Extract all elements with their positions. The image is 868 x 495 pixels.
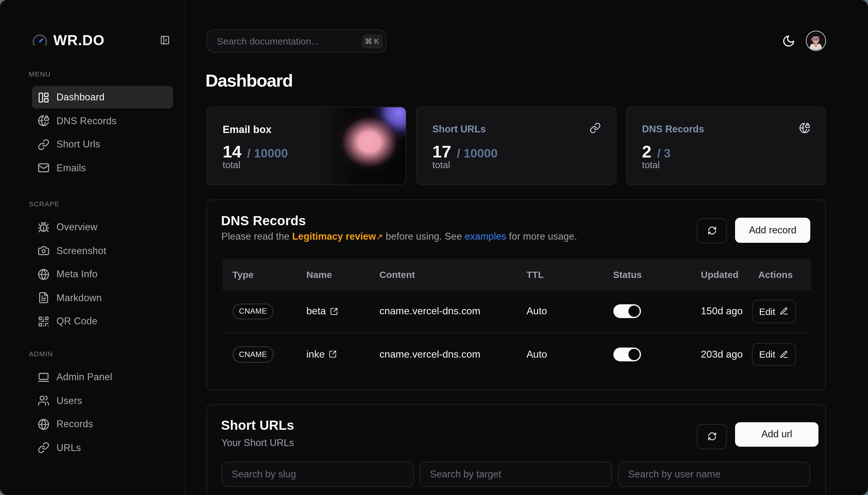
- layout-panel-left-icon: [38, 91, 50, 103]
- edit-record-button[interactable]: Edit: [752, 300, 796, 323]
- dns-records-table: Type Name Content TTL Status Updated Act…: [222, 259, 811, 375]
- moon-icon: [782, 34, 795, 47]
- globe-lock-icon: [38, 115, 50, 127]
- legitimacy-review-link[interactable]: Legitimacy review↗: [292, 231, 383, 241]
- record-name-link[interactable]: inke: [306, 349, 337, 360]
- sidebar-item-users[interactable]: Users: [32, 389, 173, 412]
- stat-card-short-urls: Short URLs 17 / 10000 total: [416, 107, 617, 185]
- urls-panel-title: Short URLs: [221, 417, 294, 432]
- short-urls-panel: Short URLs Your Short URLs Add url: [206, 404, 826, 495]
- logo-text: WR.DO: [53, 32, 104, 49]
- stat-card-email-box: Email box 14 / 10000 total: [206, 107, 407, 185]
- table-row: CNAME beta cname.vercel-dns.com Auto 150…: [222, 290, 811, 333]
- avatar-image: [806, 32, 825, 50]
- sidebar-item-urls[interactable]: URLs: [32, 437, 173, 459]
- status-toggle[interactable]: [613, 305, 641, 319]
- nav-group-admin: ADMIN Admin Panel Users Records URLs: [30, 350, 173, 460]
- search-by-target-input[interactable]: [419, 461, 612, 487]
- url-search-row: [221, 461, 810, 487]
- shortcut-badge: K: [362, 34, 382, 48]
- sidebar-item-qr-code[interactable]: QR Code: [32, 310, 173, 333]
- dns-records-panel: DNS Records Please read the Legitimacy r…: [206, 200, 826, 390]
- dns-panel-title: DNS Records: [221, 213, 306, 228]
- pen-line-icon: [780, 350, 788, 359]
- nav-section-label: SCRAPE: [29, 200, 173, 209]
- sidebar-item-dns-records[interactable]: DNS Records: [32, 109, 173, 132]
- panel-left-close-icon: [160, 35, 170, 45]
- logo-row: WR.DO: [32, 32, 170, 48]
- camera-icon: [38, 245, 50, 257]
- mail-icon: [38, 162, 50, 174]
- sidebar-item-short-urls[interactable]: Short Urls: [32, 133, 173, 156]
- add-record-button[interactable]: Add record: [735, 218, 810, 242]
- sidebar-item-dashboard[interactable]: Dashboard: [32, 86, 173, 108]
- email-box-art: [312, 107, 406, 184]
- status-toggle[interactable]: [613, 347, 641, 361]
- dns-refresh-button[interactable]: [697, 218, 727, 243]
- search-by-slug-input[interactable]: [221, 461, 414, 487]
- stat-cards: Email box 14 / 10000 total Short URLs 17…: [206, 107, 826, 185]
- users-icon: [38, 395, 50, 407]
- urls-refresh-button[interactable]: [697, 424, 727, 449]
- link-icon: [589, 122, 601, 134]
- sidebar-item-screenshot[interactable]: Screenshot: [32, 239, 173, 262]
- theme-toggle-button[interactable]: [782, 34, 795, 47]
- nav-group-scrape: SCRAPE Overview Screenshot Meta Info Mar…: [30, 200, 173, 334]
- page-title: Dashboard: [205, 70, 293, 91]
- bug-icon: [38, 221, 50, 233]
- command-icon: [365, 38, 372, 45]
- nav-section-label: MENU: [29, 70, 173, 79]
- add-url-button[interactable]: Add url: [735, 422, 818, 447]
- external-link-icon: [329, 351, 337, 359]
- link-icon: [38, 138, 50, 150]
- record-name-link[interactable]: beta: [306, 306, 338, 317]
- dns-panel-description: Please read the Legitimacy review↗ befor…: [221, 231, 577, 242]
- search-documentation-box[interactable]: K: [206, 30, 386, 53]
- app-window: WR.DO MENU Dashboard DNS Records: [0, 0, 868, 495]
- sidebar-item-meta-info[interactable]: Meta Info: [32, 263, 173, 286]
- globe-icon: [38, 268, 50, 280]
- edit-record-button[interactable]: Edit: [752, 343, 796, 366]
- link-icon: [38, 442, 50, 454]
- user-avatar[interactable]: [806, 31, 826, 51]
- record-type-badge: CNAME: [232, 303, 274, 319]
- search-input[interactable]: [217, 36, 362, 47]
- nav-section-label: ADMIN: [29, 350, 173, 359]
- sidebar-collapse-button[interactable]: [160, 35, 170, 45]
- external-link-icon: [330, 307, 338, 315]
- stat-card-dns-records: DNS Records 2 / 3 total: [626, 107, 826, 185]
- refresh-icon: [707, 226, 716, 236]
- pen-line-icon: [780, 307, 788, 316]
- main-area: K Dashb: [185, 0, 868, 495]
- sidebar: WR.DO MENU Dashboard DNS Records: [0, 0, 185, 495]
- sidebar-item-overview[interactable]: Overview: [32, 216, 173, 238]
- file-text-icon: [38, 292, 50, 304]
- nav-group-menu: MENU Dashboard DNS Records Short Urls Em…: [30, 70, 173, 181]
- record-type-badge: CNAME: [232, 346, 274, 362]
- examples-link[interactable]: examples: [465, 231, 506, 241]
- sidebar-item-markdown[interactable]: Markdown: [32, 287, 173, 309]
- sidebar-item-records[interactable]: Records: [32, 413, 173, 436]
- sidebar-item-emails[interactable]: Emails: [32, 157, 173, 180]
- qr-code-icon: [38, 315, 50, 327]
- table-row: CNAME inke cname.vercel-dns.com Auto 203…: [222, 333, 811, 375]
- globe-icon: [38, 418, 50, 430]
- refresh-icon: [707, 432, 716, 441]
- urls-panel-subtitle: Your Short URLs: [221, 437, 294, 448]
- globe-lock-icon: [799, 122, 810, 134]
- laptop-icon: [38, 371, 50, 383]
- gauge-logo-icon: [32, 32, 48, 48]
- table-header-row: Type Name Content TTL Status Updated Act…: [222, 259, 811, 290]
- sidebar-item-admin-panel[interactable]: Admin Panel: [32, 366, 173, 388]
- search-by-user-name-input[interactable]: [618, 461, 810, 487]
